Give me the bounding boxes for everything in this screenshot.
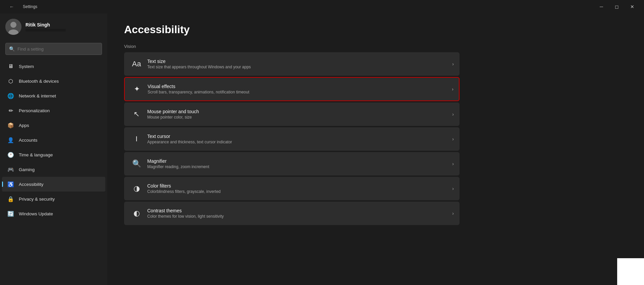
avatar-image (5, 19, 21, 35)
color-filters-text: Color filtersColorblindness filters, gra… (143, 183, 449, 194)
avatar (5, 19, 21, 35)
sidebar-item-label-system: System (19, 64, 34, 69)
text-cursor-title: Text cursor (147, 134, 449, 139)
maximize-button[interactable]: ◻ (609, 1, 625, 12)
sidebar-item-apps[interactable]: 📦Apps (2, 118, 105, 133)
settings-row-color-filters[interactable]: ◑Color filtersColorblindness filters, gr… (124, 177, 460, 200)
contrast-themes-text: Contrast themesColor themes for low visi… (143, 208, 449, 219)
time-icon: 🕐 (7, 151, 14, 158)
corner-decoration (617, 258, 644, 285)
sidebar-item-personalization[interactable]: ✏Personalization (2, 103, 105, 118)
sidebar-item-label-privacy: Privacy & security (19, 197, 55, 202)
settings-row-mouse-pointer[interactable]: ↖Mouse pointer and touchMouse pointer co… (124, 102, 460, 126)
search-input[interactable] (17, 47, 98, 52)
maximize-icon: ◻ (615, 4, 619, 9)
mouse-pointer-icon: ↖ (130, 108, 143, 121)
sidebar-item-label-network: Network & internet (19, 93, 56, 98)
accounts-icon: 👤 (7, 137, 14, 143)
text-size-icon: Aa (130, 57, 143, 71)
search-icon: 🔍 (9, 46, 15, 52)
color-filters-chevron-icon: › (452, 186, 454, 191)
sidebar: Ritik Singh 🔍 🖥System⬡Bluetooth & device… (0, 13, 107, 285)
back-button[interactable]: ← (4, 1, 19, 12)
sidebar-item-privacy[interactable]: 🔒Privacy & security (2, 192, 105, 206)
visual-effects-chevron-icon: › (452, 86, 453, 92)
settings-row-magnifier[interactable]: 🔍MagnifierMagnifier reading, zoom increm… (124, 152, 460, 175)
settings-row-text-cursor[interactable]: IText cursorAppearance and thickness, te… (124, 127, 460, 151)
nav-list: 🖥System⬡Bluetooth & devices🌐Network & in… (0, 59, 107, 221)
magnifier-icon: 🔍 (130, 157, 143, 170)
mouse-pointer-text: Mouse pointer and touchMouse pointer col… (143, 109, 449, 120)
windows-update-icon: 🔄 (7, 210, 14, 217)
text-cursor-chevron-icon: › (452, 136, 454, 142)
contrast-themes-icon: ◐ (130, 207, 143, 220)
sidebar-item-system[interactable]: 🖥System (2, 59, 105, 74)
contrast-themes-subtitle: Color themes for low vision, light sensi… (147, 214, 449, 219)
network-icon: 🌐 (7, 92, 14, 99)
magnifier-chevron-icon: › (452, 161, 454, 166)
personalization-icon: ✏ (7, 107, 14, 114)
accessibility-icon: ♿ (7, 181, 14, 188)
mouse-pointer-title: Mouse pointer and touch (147, 109, 449, 114)
text-cursor-text: Text cursorAppearance and thickness, tex… (143, 134, 449, 144)
sidebar-item-label-personalization: Personalization (19, 108, 50, 113)
sidebar-item-label-apps: Apps (19, 123, 29, 128)
text-cursor-subtitle: Appearance and thickness, text cursor in… (147, 140, 449, 144)
section-vision-label: Vision (124, 44, 627, 49)
text-size-subtitle: Text size that appears throughout Window… (147, 65, 449, 69)
sidebar-item-label-time: Time & language (19, 152, 53, 157)
close-button[interactable]: ✕ (625, 1, 640, 12)
settings-row-visual-effects[interactable]: ✦Visual effectsScroll bars, transparency… (124, 77, 460, 101)
sidebar-item-network[interactable]: 🌐Network & internet (2, 88, 105, 103)
sidebar-item-time[interactable]: 🕐Time & language (2, 147, 105, 162)
visual-effects-subtitle: Scroll bars, transparency, animations, n… (148, 90, 448, 94)
minimize-button[interactable]: ─ (594, 1, 609, 12)
text-size-text: Text sizeText size that appears througho… (143, 59, 449, 69)
close-icon: ✕ (630, 4, 634, 9)
sidebar-item-accounts[interactable]: 👤Accounts (2, 133, 105, 147)
minimize-icon: ─ (600, 4, 603, 9)
settings-row-contrast-themes[interactable]: ◐Contrast themesColor themes for low vis… (124, 202, 460, 225)
sidebar-item-label-accounts: Accounts (19, 138, 38, 143)
user-name-bar (25, 29, 66, 31)
window-controls: ─ ◻ ✕ (594, 1, 640, 12)
mouse-pointer-chevron-icon: › (452, 112, 454, 117)
magnifier-title: Magnifier (147, 158, 449, 164)
page-title: Accessibility (124, 23, 627, 36)
settings-row-text-size[interactable]: AaText sizeText size that appears throug… (124, 52, 460, 76)
privacy-icon: 🔒 (7, 196, 14, 202)
sidebar-item-label-gaming: Gaming (19, 167, 35, 172)
magnifier-text: MagnifierMagnifier reading, zoom increme… (143, 158, 449, 169)
avatar-svg (5, 19, 21, 35)
main-content: Accessibility Vision AaText sizeText siz… (107, 13, 644, 285)
back-icon: ← (9, 4, 14, 9)
sidebar-item-accessibility[interactable]: ♿Accessibility (2, 177, 105, 192)
color-filters-title: Color filters (147, 183, 449, 189)
visual-effects-title: Visual effects (148, 84, 448, 89)
contrast-themes-chevron-icon: › (452, 211, 454, 216)
app-title: Settings (23, 4, 37, 9)
sidebar-item-bluetooth[interactable]: ⬡Bluetooth & devices (2, 74, 105, 88)
text-cursor-icon: I (130, 132, 143, 146)
sidebar-item-gaming[interactable]: 🎮Gaming (2, 162, 105, 177)
apps-icon: 📦 (7, 122, 14, 129)
bluetooth-icon: ⬡ (7, 78, 14, 84)
text-size-chevron-icon: › (452, 61, 454, 67)
svg-point-1 (10, 22, 16, 28)
user-profile[interactable]: Ritik Singh (0, 13, 107, 40)
contrast-themes-title: Contrast themes (147, 208, 449, 213)
mouse-pointer-subtitle: Mouse pointer color, size (147, 115, 449, 120)
titlebar: ← Settings ─ ◻ ✕ (0, 0, 644, 13)
sidebar-item-label-bluetooth: Bluetooth & devices (19, 79, 59, 84)
sidebar-item-windows-update[interactable]: 🔄Windows Update (2, 206, 105, 221)
app-body: Ritik Singh 🔍 🖥System⬡Bluetooth & device… (0, 13, 644, 285)
system-icon: 🖥 (7, 63, 14, 70)
sidebar-item-label-windows-update: Windows Update (19, 211, 53, 216)
gaming-icon: 🎮 (7, 166, 14, 173)
titlebar-left: ← Settings (4, 1, 37, 12)
color-filters-subtitle: Colorblindness filters, grayscale, inver… (147, 189, 449, 194)
search-box[interactable]: 🔍 (5, 43, 102, 55)
color-filters-icon: ◑ (130, 182, 143, 195)
magnifier-subtitle: Magnifier reading, zoom increment (147, 164, 449, 169)
sidebar-item-label-accessibility: Accessibility (19, 182, 44, 187)
